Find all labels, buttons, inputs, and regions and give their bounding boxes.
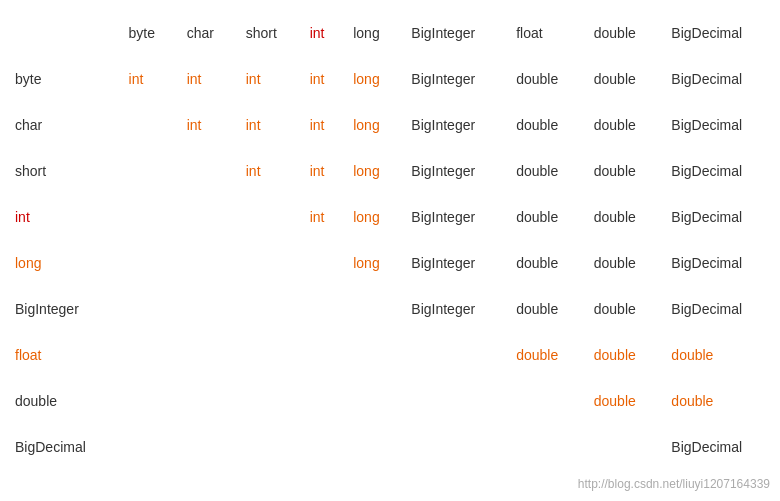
cell-7-6 xyxy=(506,378,584,424)
table-row: doubledoubledouble xyxy=(5,378,775,424)
cell-6-1 xyxy=(177,332,236,378)
cell-5-4 xyxy=(343,286,401,332)
row-label-2: short xyxy=(5,148,119,194)
row-label-1: char xyxy=(5,102,119,148)
cell-3-3: int xyxy=(300,194,344,240)
header-cell-1: byte xyxy=(119,10,177,56)
cell-6-2 xyxy=(236,332,300,378)
type-conversion-table: bytecharshortintlongBigIntegerfloatdoubl… xyxy=(5,10,775,470)
cell-0-2: int xyxy=(236,56,300,102)
cell-3-2 xyxy=(236,194,300,240)
cell-2-6: double xyxy=(506,148,584,194)
row-label-6: float xyxy=(5,332,119,378)
cell-6-7: double xyxy=(584,332,662,378)
header-cell-5: long xyxy=(343,10,401,56)
cell-6-5 xyxy=(401,332,506,378)
cell-7-8: double xyxy=(661,378,775,424)
cell-6-3 xyxy=(300,332,344,378)
cell-3-5: BigInteger xyxy=(401,194,506,240)
cell-2-0 xyxy=(119,148,177,194)
cell-8-0 xyxy=(119,424,177,470)
cell-3-7: double xyxy=(584,194,662,240)
header-cell-8: double xyxy=(584,10,662,56)
cell-1-3: int xyxy=(300,102,344,148)
watermark: http://blog.csdn.net/liuyi1207164339 xyxy=(578,477,770,491)
cell-7-1 xyxy=(177,378,236,424)
cell-1-5: BigInteger xyxy=(401,102,506,148)
cell-4-6: double xyxy=(506,240,584,286)
cell-3-6: double xyxy=(506,194,584,240)
cell-3-8: BigDecimal xyxy=(661,194,775,240)
cell-0-3: int xyxy=(300,56,344,102)
table-row: BigDecimalBigDecimal xyxy=(5,424,775,470)
cell-7-5 xyxy=(401,378,506,424)
cell-0-0: int xyxy=(119,56,177,102)
row-label-4: long xyxy=(5,240,119,286)
cell-2-8: BigDecimal xyxy=(661,148,775,194)
cell-4-4: long xyxy=(343,240,401,286)
main-container: bytecharshortintlongBigIntegerfloatdoubl… xyxy=(0,0,780,480)
cell-1-0 xyxy=(119,102,177,148)
cell-6-0 xyxy=(119,332,177,378)
cell-4-0 xyxy=(119,240,177,286)
table-row: intintlongBigIntegerdoubledoubleBigDecim… xyxy=(5,194,775,240)
cell-0-8: BigDecimal xyxy=(661,56,775,102)
cell-1-4: long xyxy=(343,102,401,148)
row-label-8: BigDecimal xyxy=(5,424,119,470)
cell-4-8: BigDecimal xyxy=(661,240,775,286)
cell-7-2 xyxy=(236,378,300,424)
cell-5-6: double xyxy=(506,286,584,332)
table-row: charintintintlongBigIntegerdoubledoubleB… xyxy=(5,102,775,148)
cell-5-7: double xyxy=(584,286,662,332)
cell-3-1 xyxy=(177,194,236,240)
row-label-3: int xyxy=(5,194,119,240)
cell-8-4 xyxy=(343,424,401,470)
cell-8-6 xyxy=(506,424,584,470)
cell-0-4: long xyxy=(343,56,401,102)
cell-7-7: double xyxy=(584,378,662,424)
cell-5-0 xyxy=(119,286,177,332)
cell-5-8: BigDecimal xyxy=(661,286,775,332)
table-row: floatdoubledoubledouble xyxy=(5,332,775,378)
cell-0-5: BigInteger xyxy=(401,56,506,102)
cell-5-1 xyxy=(177,286,236,332)
header-cell-4: int xyxy=(300,10,344,56)
cell-1-8: BigDecimal xyxy=(661,102,775,148)
row-label-5: BigInteger xyxy=(5,286,119,332)
cell-6-4 xyxy=(343,332,401,378)
header-cell-9: BigDecimal xyxy=(661,10,775,56)
table-row: byteintintintintlongBigIntegerdoubledoub… xyxy=(5,56,775,102)
cell-7-4 xyxy=(343,378,401,424)
cell-7-0 xyxy=(119,378,177,424)
cell-3-4: long xyxy=(343,194,401,240)
table-row: BigIntegerBigIntegerdoubledoubleBigDecim… xyxy=(5,286,775,332)
cell-5-3 xyxy=(300,286,344,332)
cell-8-8: BigDecimal xyxy=(661,424,775,470)
header-cell-3: short xyxy=(236,10,300,56)
cell-5-5: BigInteger xyxy=(401,286,506,332)
cell-2-2: int xyxy=(236,148,300,194)
cell-7-3 xyxy=(300,378,344,424)
cell-8-5 xyxy=(401,424,506,470)
row-label-0: byte xyxy=(5,56,119,102)
header-cell-6: BigInteger xyxy=(401,10,506,56)
cell-2-5: BigInteger xyxy=(401,148,506,194)
cell-3-0 xyxy=(119,194,177,240)
cell-4-1 xyxy=(177,240,236,286)
cell-0-7: double xyxy=(584,56,662,102)
header-cell-7: float xyxy=(506,10,584,56)
cell-2-3: int xyxy=(300,148,344,194)
table-row: shortintintlongBigIntegerdoubledoubleBig… xyxy=(5,148,775,194)
cell-5-2 xyxy=(236,286,300,332)
cell-4-3 xyxy=(300,240,344,286)
header-row: bytecharshortintlongBigIntegerfloatdoubl… xyxy=(5,10,775,56)
cell-2-1 xyxy=(177,148,236,194)
cell-0-6: double xyxy=(506,56,584,102)
table-row: longlongBigIntegerdoubledoubleBigDecimal xyxy=(5,240,775,286)
row-label-7: double xyxy=(5,378,119,424)
cell-1-6: double xyxy=(506,102,584,148)
cell-2-4: long xyxy=(343,148,401,194)
cell-0-1: int xyxy=(177,56,236,102)
header-cell-2: char xyxy=(177,10,236,56)
cell-4-7: double xyxy=(584,240,662,286)
